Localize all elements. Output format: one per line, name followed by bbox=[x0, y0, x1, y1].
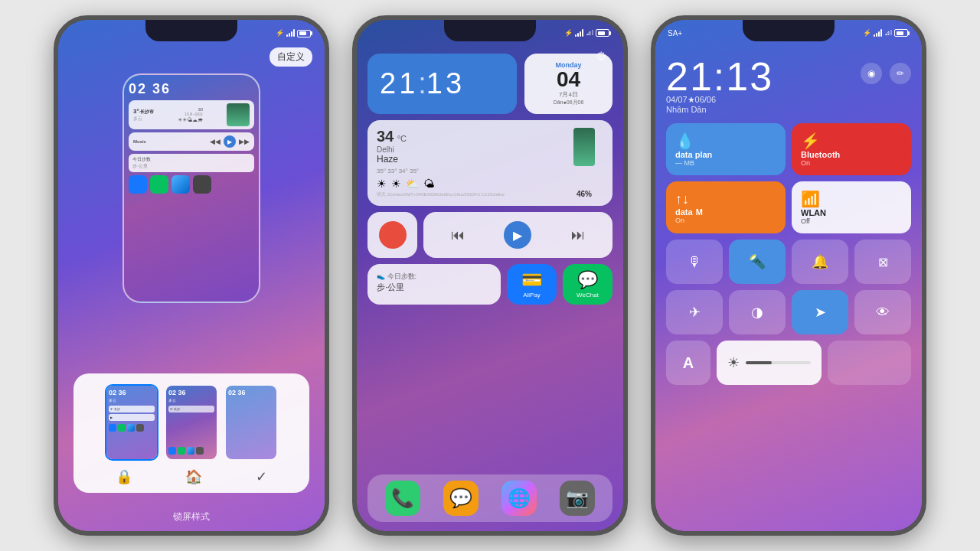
cc-row-2: ↑↓ data M On 📶 WLAN Off bbox=[666, 181, 911, 233]
lock-thumb-1[interactable]: 02 36 多云 3° 长沙 ▶ bbox=[105, 384, 158, 461]
network-icon-2: ⊿l bbox=[586, 29, 593, 37]
home-icon[interactable]: 🏠 bbox=[185, 468, 202, 485]
preview-music: Music ◀◀ ▶ ▶▶ bbox=[129, 132, 254, 151]
next-button[interactable]: ⏭ bbox=[571, 227, 585, 243]
battery-pct: 46% bbox=[577, 190, 592, 198]
data-tile[interactable]: ↑↓ data M On bbox=[666, 181, 786, 233]
status-bar-1: · ⚡ bbox=[70, 24, 312, 41]
data-plan-tile[interactable]: 💧 data plan — MB bbox=[666, 123, 786, 175]
fan-tile[interactable]: ⊠ bbox=[854, 240, 911, 284]
weather-city: Delhi bbox=[377, 145, 559, 154]
brightness-tile[interactable]: ☀ bbox=[717, 341, 822, 385]
phone2-content: 21 : 13 Monday 04 7月4日 Dân●06月06 34 °C bbox=[357, 20, 623, 531]
lock-screen-label: 锁屏样式 bbox=[58, 510, 325, 523]
check-icon[interactable]: ✓ bbox=[256, 468, 267, 485]
player-widget: ⏮ ▶ ⏭ bbox=[423, 212, 612, 258]
dock-phone[interactable]: 📞 bbox=[385, 481, 420, 516]
control-center-time: 21:13 bbox=[666, 57, 773, 96]
record-button[interactable] bbox=[379, 221, 407, 249]
bluetooth-icon-1: ⚡ bbox=[276, 29, 284, 37]
flashlight-tile[interactable]: 🔦 bbox=[729, 240, 786, 284]
edit-icons: ◉ ✏ bbox=[861, 63, 911, 84]
eye-tile[interactable]: 👁 bbox=[854, 290, 911, 334]
battery-widget: 46% bbox=[565, 128, 603, 198]
cc-bottom-row: A ☀ bbox=[666, 341, 911, 385]
battery-icon-3 bbox=[894, 29, 910, 37]
weather-temp: 34 bbox=[377, 128, 394, 145]
preview-weather: 3°·长沙市 多云 30 10月~16日 ☀☀🌤☁🌧 bbox=[129, 100, 254, 129]
pen-edit-icon[interactable]: ✏ bbox=[890, 63, 911, 84]
brightness-slider[interactable] bbox=[746, 361, 811, 364]
music-row: ⏮ ▶ ⏭ bbox=[368, 212, 612, 258]
alipay-label: AliPay bbox=[523, 292, 541, 298]
bluetooth-icon-2: ⚡ bbox=[564, 29, 573, 37]
status-bar-3: SA+ ⚡ ⊿l bbox=[668, 24, 910, 41]
contrast-tile[interactable]: ◑ bbox=[729, 290, 786, 334]
alipay-icon: 💳 bbox=[521, 270, 542, 290]
network-icon-3: ⊿l bbox=[884, 29, 892, 37]
weather-widget: 34 °C Delhi Haze 35° 33° 34° 35° ☀ ☀ ⛅ 🌤 bbox=[368, 120, 612, 206]
cc-small-grid-1: 🎙 🔦 🔔 ⊠ bbox=[666, 240, 911, 284]
battery-icon-1 bbox=[297, 28, 312, 37]
a-tile[interactable]: A bbox=[666, 341, 710, 385]
camera-edit-icon[interactable]: ◉ bbox=[861, 63, 882, 84]
phone-3: SA+ ⚡ ⊿l 21:13 04/07★06/06 Nhâm Dân ◉ bbox=[651, 15, 926, 536]
brightness-icon: ☀ bbox=[727, 354, 740, 371]
date-num: 04 bbox=[534, 69, 603, 90]
dock-browser[interactable]: 🌐 bbox=[501, 481, 537, 516]
wechat-widget[interactable]: 💬 WeChat bbox=[563, 264, 612, 305]
lock-screen-selector: 02 36 多云 3° 长沙 ▶ bbox=[74, 373, 309, 493]
steps-label: 👟 今日步数: bbox=[377, 272, 492, 282]
lock-thumb-2[interactable]: 02 36 多云 3° 长沙 bbox=[165, 384, 218, 461]
customize-button[interactable]: 自定义 bbox=[270, 47, 312, 67]
date-widget: Monday 04 7月4日 Dân●06月06 bbox=[524, 54, 612, 114]
lock-icon[interactable]: 🔒 bbox=[116, 468, 132, 485]
sa-label: SA+ bbox=[668, 29, 682, 37]
customize-header: 自定义 bbox=[270, 47, 312, 67]
home-dock: 📞 💬 🌐 📷 bbox=[368, 474, 612, 522]
bluetooth-tile[interactable]: ⚡ Bluetooth On bbox=[792, 123, 911, 175]
play-button[interactable]: ▶ bbox=[504, 221, 531, 249]
extra-tile bbox=[828, 341, 911, 385]
alipay-widget[interactable]: 💳 AliPay bbox=[507, 264, 557, 305]
time-hour: 21 bbox=[380, 67, 418, 100]
preview-time: 02 36 bbox=[129, 81, 254, 97]
date-sub1: 7月4日 bbox=[534, 90, 603, 99]
wlan-tile[interactable]: 📶 WLAN Off bbox=[792, 181, 911, 233]
cc-row-1: 💧 data plan — MB ⚡ Bluetooth On bbox=[666, 123, 911, 175]
bell-tile[interactable]: 🔔 bbox=[792, 240, 848, 284]
cc-small-grid-2: ✈ ◑ ➤ 👁 bbox=[666, 290, 911, 334]
steps-sub: 步·公里 bbox=[377, 282, 492, 293]
bluetooth-icon-3: ⚡ bbox=[863, 29, 871, 37]
wechat-icon: 💬 bbox=[577, 270, 598, 290]
signal-icon-3 bbox=[874, 29, 882, 37]
date-sub2: Dân●06月06 bbox=[534, 99, 603, 106]
prev-button[interactable]: ⏮ bbox=[451, 227, 465, 243]
steps-widget: 👟 今日步数: 步·公里 bbox=[368, 264, 501, 305]
time-date-row: 21 : 13 Monday 04 7月4日 Dân●06月06 bbox=[368, 54, 612, 114]
battery-icon-2 bbox=[596, 29, 611, 37]
microphone-tile[interactable]: 🎙 bbox=[666, 240, 723, 284]
phone3-content: 21:13 04/07★06/06 Nhâm Dân ◉ ✏ 💧 data pl… bbox=[655, 20, 922, 531]
wechat-label: WeChat bbox=[577, 292, 599, 298]
status-bar-2: · ⚡ ⊿l bbox=[369, 24, 611, 41]
airplane-tile[interactable]: ✈ bbox=[666, 290, 723, 334]
steps-apps-row: 👟 今日步数: 步·公里 💳 AliPay 💬 WeChat bbox=[368, 264, 612, 305]
location-tile[interactable]: ➤ bbox=[792, 290, 848, 334]
signal-icon-1 bbox=[286, 29, 295, 37]
phone-2: · ⚡ ⊿l ⚙ 21 : 13 bbox=[352, 15, 628, 536]
phone1-content: 自定义 02 36 3°·长沙市 多云 30 10月~16日 ☀☀🌤☁🌧 bbox=[58, 20, 325, 531]
record-widget bbox=[368, 212, 417, 258]
dock-camera[interactable]: 📷 bbox=[560, 481, 595, 516]
lock-thumb-3[interactable]: 02 36 bbox=[224, 384, 278, 461]
weather-unit: °C bbox=[397, 134, 407, 143]
time-min: 13 bbox=[426, 67, 465, 100]
lock-screen-preview: 02 36 3°·长沙市 多云 30 10月~16日 ☀☀🌤☁🌧 bbox=[122, 73, 260, 303]
time-sep: : bbox=[418, 67, 426, 100]
phone-1: · ⚡ 自定义 bbox=[54, 15, 329, 536]
weather-status: Haze bbox=[377, 154, 559, 165]
dock-messages[interactable]: 💬 bbox=[443, 481, 479, 516]
weather-forecast: 35° 33° 34° 35° bbox=[377, 168, 559, 174]
control-center-date: 04/07★06/06 Nhâm Dân bbox=[666, 95, 716, 114]
control-grid: 💧 data plan — MB ⚡ Bluetooth On ↑↓ data … bbox=[666, 123, 911, 391]
